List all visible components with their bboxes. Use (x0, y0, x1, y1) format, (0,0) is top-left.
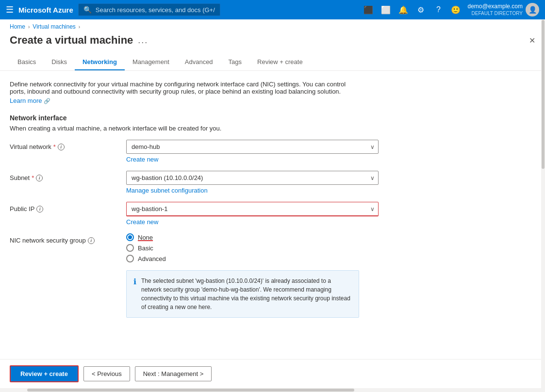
subnet-info-icon[interactable]: i (36, 175, 43, 181)
nic-nsg-field: None Basic Advanced (126, 233, 379, 262)
tab-basics[interactable]: Basics (10, 54, 44, 70)
page-header-left: Create a virtual machine ... (10, 34, 148, 47)
right-scrollbar[interactable] (541, 19, 545, 392)
tab-tags[interactable]: Tags (221, 54, 249, 70)
subnet-row: Subnet * i wg-bastion (10.10.0.0/24) ∨ M… (10, 171, 379, 194)
directory-icon[interactable]: ⬜ (379, 3, 393, 16)
footer: Review + create < Previous Next : Manage… (0, 359, 545, 388)
create-new-vnet-link[interactable]: Create new (126, 156, 379, 163)
radio-advanced-input[interactable] (126, 255, 134, 262)
public-ip-label: Public IP i (10, 202, 126, 212)
nic-nsg-label: NIC network security group i (10, 233, 126, 244)
breadcrumb-sep-2: › (79, 24, 80, 30)
section-subtext: When creating a virtual machine, a netwo… (10, 125, 535, 132)
user-avatar[interactable]: 👤 (526, 3, 539, 16)
radio-basic-input[interactable] (126, 244, 134, 252)
radio-advanced-label: Advanced (138, 255, 166, 262)
breadcrumb-home[interactable]: Home (10, 23, 25, 30)
nic-nsg-radio-group: None Basic Advanced (126, 233, 379, 262)
user-email: demo@example.com (467, 2, 523, 11)
topbar-icons: ⬛ ⬜ 🔔 ⚙ ? 🙂 (362, 3, 462, 16)
topbar: ☰ Microsoft Azure 🔍 ⬛ ⬜ 🔔 ⚙ ? 🙂 demo@exa… (0, 0, 545, 19)
manage-subnet-link[interactable]: Manage subnet configuration (126, 187, 379, 194)
breadcrumb-sep-1: › (28, 24, 30, 30)
tab-advanced[interactable]: Advanced (177, 54, 221, 70)
right-scrollbar-thumb (542, 20, 545, 169)
search-icon: 🔍 (83, 6, 92, 14)
radio-basic-label: Basic (138, 245, 153, 252)
tab-management[interactable]: Management (125, 54, 177, 70)
settings-icon[interactable]: ⚙ (414, 3, 428, 16)
cloud-shell-icon[interactable]: ⬛ (362, 3, 375, 16)
radio-basic[interactable]: Basic (126, 244, 379, 252)
user-menu[interactable]: demo@example.com DEFAULT DIRECTORY 👤 (467, 2, 539, 17)
form-content: Define network connectivity for your vir… (0, 71, 545, 359)
info-box-icon: ℹ (133, 277, 136, 311)
virtual-network-dropdown-wrapper: demo-hub ∨ (126, 140, 379, 154)
virtual-network-row: Virtual network * i demo-hub ∨ Create ne… (10, 140, 379, 163)
search-input[interactable] (96, 6, 215, 14)
virtual-network-label: Virtual network * i (10, 140, 126, 150)
tab-disks[interactable]: Disks (44, 54, 75, 70)
required-star: * (53, 143, 56, 150)
previous-button[interactable]: < Previous (83, 366, 130, 381)
info-box-text: The selected subnet 'wg-bastion (10.10.0… (141, 277, 352, 311)
section-description: Define network connectivity for your vir… (10, 81, 359, 95)
radio-none-label: None (138, 234, 153, 241)
nic-nsg-row: NIC network security group i None (10, 233, 379, 262)
search-bar[interactable]: 🔍 (78, 3, 220, 16)
public-ip-dropdown-wrapper: wg-bastion-1 ∨ (126, 202, 379, 216)
tabs-bar: Basics Disks Networking Management Advan… (0, 54, 545, 71)
page-header: Create a virtual machine ... ✕ (0, 34, 545, 54)
close-button[interactable]: ✕ (529, 36, 535, 45)
virtual-network-info-icon[interactable]: i (58, 144, 65, 150)
azure-logo: Microsoft Azure (18, 6, 73, 14)
user-directory: DEFAULT DIRECTORY (467, 10, 523, 17)
learn-more-link[interactable]: Learn more 🔗 (10, 97, 50, 104)
page-title: Create a virtual machine (10, 34, 133, 47)
public-ip-dropdown[interactable]: wg-bastion-1 (126, 202, 379, 216)
review-create-button[interactable]: Review + create (10, 365, 79, 382)
notifications-icon[interactable]: 🔔 (396, 3, 410, 16)
public-ip-info-icon[interactable]: i (36, 206, 43, 212)
tab-networking[interactable]: Networking (75, 54, 125, 70)
virtual-network-field: demo-hub ∨ Create new (126, 140, 379, 163)
main-panel: Basics Disks Networking Management Advan… (0, 54, 545, 392)
help-icon[interactable]: ? (431, 3, 445, 16)
hamburger-menu[interactable]: ☰ (6, 4, 14, 15)
breadcrumb: Home › Virtual machines › (0, 19, 545, 34)
subnet-field: wg-bastion (10.10.0.0/24) ∨ Manage subne… (126, 171, 379, 194)
radio-dot (128, 235, 132, 239)
create-new-pip-link[interactable]: Create new (126, 218, 379, 226)
section-heading-network-interface: Network interface (10, 114, 535, 122)
radio-none-input[interactable] (126, 233, 134, 241)
required-star-subnet: * (32, 174, 34, 181)
virtual-network-dropdown[interactable]: demo-hub (126, 140, 379, 154)
nic-nsg-info-icon[interactable]: i (88, 237, 95, 244)
next-button[interactable]: Next : Management > (135, 366, 212, 381)
public-ip-row: Public IP i wg-bastion-1 ∨ Create new (10, 202, 379, 226)
content-area: Home › Virtual machines › Create a virtu… (0, 19, 545, 392)
feedback-icon[interactable]: 🙂 (449, 3, 462, 16)
bottom-scrollbar[interactable] (0, 388, 545, 392)
user-info: demo@example.com DEFAULT DIRECTORY (467, 2, 523, 17)
info-box: ℹ The selected subnet 'wg-bastion (10.10… (126, 270, 359, 318)
breadcrumb-vms[interactable]: Virtual machines (33, 23, 76, 30)
public-ip-field: wg-bastion-1 ∨ Create new (126, 202, 379, 226)
external-link-icon: 🔗 (44, 98, 50, 104)
radio-advanced[interactable]: Advanced (126, 255, 379, 262)
subnet-dropdown-wrapper: wg-bastion (10.10.0.0/24) ∨ (126, 171, 379, 185)
more-options-button[interactable]: ... (138, 35, 148, 46)
subnet-dropdown[interactable]: wg-bastion (10.10.0.0/24) (126, 171, 379, 185)
tab-review-create[interactable]: Review + create (249, 54, 311, 70)
bottom-scrollbar-thumb (27, 389, 354, 392)
radio-none[interactable]: None (126, 233, 379, 241)
subnet-label: Subnet * i (10, 171, 126, 181)
